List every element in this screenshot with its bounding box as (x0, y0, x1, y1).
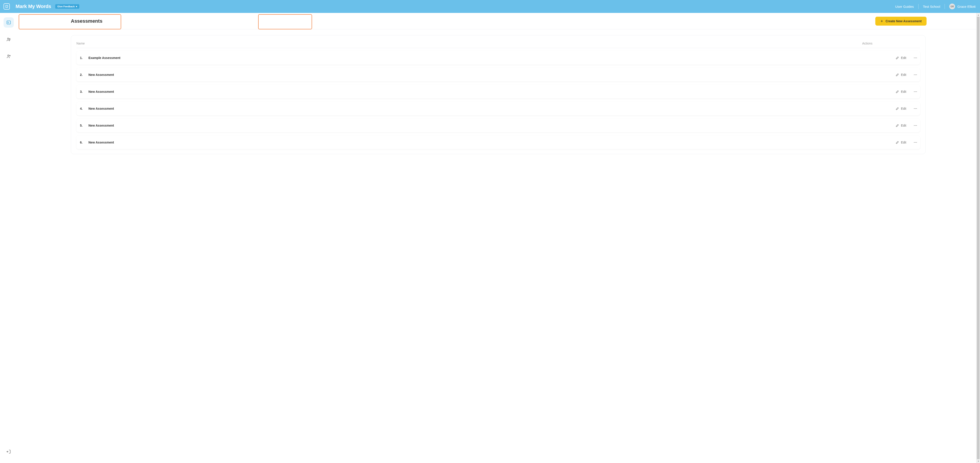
svg-point-16 (915, 108, 916, 109)
row-name: New Assessment (88, 90, 893, 94)
edit-button[interactable]: Edit (893, 55, 908, 60)
svg-point-7 (915, 58, 916, 58)
more-horizontal-icon (913, 56, 917, 60)
svg-point-18 (914, 125, 915, 126)
svg-point-15 (914, 108, 915, 109)
row-index: 4. (80, 107, 88, 110)
app-title: Mark My Words (16, 3, 51, 10)
table-row: 5. New Assessment Edit (76, 119, 920, 132)
table-row: 2. New Assessment Edit (76, 68, 920, 81)
edit-label: Edit (901, 73, 906, 76)
table-row: 3. New Assessment Edit (76, 85, 920, 98)
column-actions: Actions (862, 41, 920, 45)
svg-point-12 (914, 92, 915, 92)
edit-label: Edit (901, 56, 906, 60)
pencil-icon (896, 141, 899, 144)
svg-point-2 (7, 38, 9, 40)
create-assessment-label: Create New Assessment (886, 19, 922, 23)
table-row: 4. New Assessment Edit (76, 102, 920, 115)
create-assessment-button[interactable]: Create New Assessment (875, 17, 926, 25)
sidebar-item-groups[interactable] (3, 34, 14, 44)
nav-user-guides[interactable]: User Guides (891, 5, 918, 8)
page-title: Assessments (71, 18, 102, 24)
svg-point-21 (914, 142, 915, 143)
more-horizontal-icon (913, 73, 917, 77)
row-name: New Assessment (88, 107, 893, 110)
avatar[interactable]: GR (949, 3, 955, 10)
svg-point-17 (916, 108, 917, 109)
pencil-icon (896, 56, 899, 60)
row-name: New Assessment (88, 124, 893, 127)
row-index: 5. (80, 124, 88, 127)
svg-point-11 (916, 75, 917, 75)
scroll-track[interactable] (977, 17, 980, 459)
svg-point-6 (914, 58, 915, 58)
row-index: 3. (80, 90, 88, 94)
topbar: Mark My Words Give Feedback User Guides … (0, 0, 980, 13)
row-name: New Assessment (88, 73, 893, 76)
svg-point-8 (916, 58, 917, 58)
page-header: Assessments Create New Assessment (18, 13, 980, 29)
svg-point-20 (916, 125, 917, 126)
more-horizontal-icon (913, 90, 917, 94)
scroll-up-icon[interactable]: ▴ (977, 13, 980, 17)
svg-point-10 (915, 75, 916, 75)
user-name[interactable]: Grace Elliott (957, 5, 975, 8)
table-row: 1. Example Assessment Edit (76, 51, 920, 65)
pencil-icon (896, 90, 899, 94)
pencil-icon (896, 73, 899, 76)
feedback-dot-icon (76, 6, 77, 7)
sidebar-item-assessments[interactable] (3, 17, 14, 28)
row-more-button[interactable] (912, 124, 919, 127)
svg-rect-0 (6, 5, 8, 8)
svg-point-22 (915, 142, 916, 143)
more-horizontal-icon (913, 124, 917, 127)
edit-button[interactable]: Edit (893, 140, 908, 145)
row-more-button[interactable] (912, 140, 919, 144)
edit-label: Edit (901, 90, 906, 94)
edit-label: Edit (901, 107, 906, 110)
give-feedback-label: Give Feedback (57, 5, 75, 8)
more-horizontal-icon (913, 140, 917, 144)
vertical-scrollbar[interactable]: ▴ ▾ (976, 13, 980, 463)
row-more-button[interactable] (912, 106, 919, 111)
give-feedback-button[interactable]: Give Feedback (55, 4, 80, 9)
sidebar-item-people[interactable] (3, 51, 14, 62)
svg-rect-1 (7, 21, 11, 24)
app-logo-icon[interactable] (3, 3, 10, 10)
edit-label: Edit (901, 141, 906, 144)
main: Assessments Create New Assessment Name A… (18, 13, 980, 463)
row-name: New Assessment (88, 141, 893, 144)
plus-icon (880, 20, 883, 23)
svg-point-19 (915, 125, 916, 126)
scroll-thumb[interactable] (977, 17, 980, 459)
table-head: Name Actions (76, 40, 920, 48)
pencil-icon (896, 107, 899, 110)
svg-point-5 (10, 55, 10, 56)
row-index: 1. (80, 56, 88, 60)
row-index: 6. (80, 141, 88, 144)
svg-point-4 (8, 55, 9, 56)
svg-point-23 (916, 142, 917, 143)
scroll-down-icon[interactable]: ▾ (977, 459, 980, 463)
edit-button[interactable]: Edit (893, 106, 908, 111)
svg-point-13 (915, 92, 916, 92)
sidebar-logout[interactable] (3, 447, 14, 457)
svg-point-14 (916, 92, 917, 92)
edit-button[interactable]: Edit (893, 89, 908, 94)
row-more-button[interactable] (912, 73, 919, 77)
edit-button[interactable]: Edit (893, 123, 908, 128)
row-index: 2. (80, 73, 88, 76)
sidebar (0, 13, 18, 463)
column-name: Name (76, 41, 862, 45)
table-row: 6. New Assessment Edit (76, 136, 920, 149)
row-more-button[interactable] (912, 90, 919, 94)
assessments-card: Name Actions 1. Example Assessment Edit … (71, 35, 926, 154)
pencil-icon (896, 124, 899, 127)
svg-point-3 (9, 38, 10, 40)
edit-button[interactable]: Edit (893, 72, 908, 78)
row-more-button[interactable] (912, 56, 919, 60)
nav-school[interactable]: Test School (918, 5, 945, 8)
svg-point-9 (914, 75, 915, 75)
more-horizontal-icon (913, 106, 917, 111)
